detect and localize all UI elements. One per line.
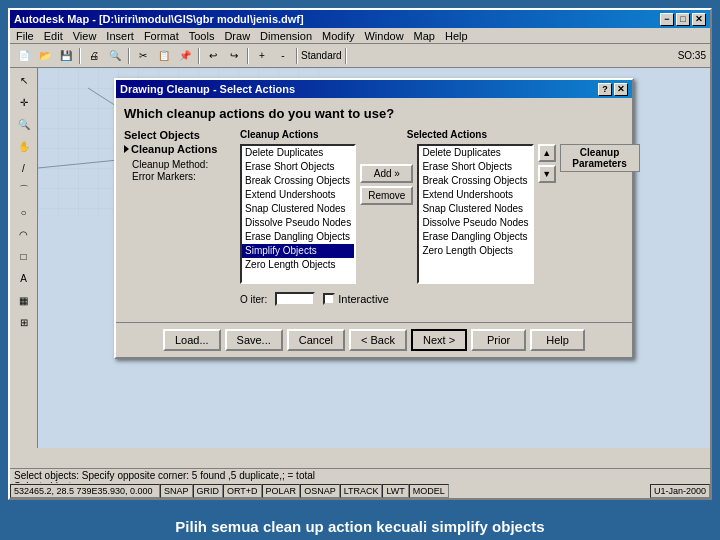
status-row2: 532465.2, 28.5 739E35.930, 0.000 SNAP GR… xyxy=(10,483,710,499)
menu-format[interactable]: Format xyxy=(140,29,183,43)
tool-rectangle[interactable]: □ xyxy=(13,246,35,266)
toolbar-zoom-out[interactable]: - xyxy=(273,47,293,65)
lists-row: Delete Duplicates Erase Short Objects Br… xyxy=(240,144,638,284)
maximize-button[interactable]: □ xyxy=(676,13,690,26)
action-zero-length[interactable]: Zero Length Objects xyxy=(242,258,354,272)
toolbar-copy[interactable]: 📋 xyxy=(154,47,174,65)
error-markers-label: Error Markers: xyxy=(132,171,234,182)
toolbar-zoom-in[interactable]: + xyxy=(252,47,272,65)
interactive-checkbox[interactable] xyxy=(323,293,335,305)
toolbar-undo[interactable]: ↩ xyxy=(203,47,223,65)
dialog-close-button[interactable]: ✕ xyxy=(614,83,628,96)
sel-erase-dangling[interactable]: Erase Dangling Objects xyxy=(419,230,531,244)
tool-zoom-window[interactable]: 🔍 xyxy=(13,114,35,134)
menu-bar: File Edit View Insert Format Tools Draw … xyxy=(10,28,710,44)
sel-snap-clustered[interactable]: Snap Clustered Nodes xyxy=(419,202,531,216)
bottom-caption: Pilih semua clean up action kecuali simp… xyxy=(0,518,720,535)
osnap-cell[interactable]: OSNAP xyxy=(300,484,340,498)
toolbar-new[interactable]: 📄 xyxy=(14,47,34,65)
action-simplify[interactable]: Simplify Objects xyxy=(242,244,354,258)
prior-button[interactable]: Prior xyxy=(471,329,526,351)
menu-draw[interactable]: Draw xyxy=(220,29,254,43)
next-button[interactable]: Next > xyxy=(411,329,467,351)
left-sidebar: ↖ ✛ 🔍 ✋ / ⌒ ○ ◠ □ A ▦ ⊞ xyxy=(10,68,38,448)
menu-edit[interactable]: Edit xyxy=(40,29,67,43)
sel-break-crossing[interactable]: Break Crossing Objects xyxy=(419,174,531,188)
action-delete-duplicates[interactable]: Delete Duplicates xyxy=(242,146,354,160)
toolbar-paste[interactable]: 📌 xyxy=(175,47,195,65)
grid-cell[interactable]: GRID xyxy=(193,484,224,498)
menu-file[interactable]: File xyxy=(12,29,38,43)
help-button[interactable]: Help xyxy=(530,329,585,351)
tool-block[interactable]: ⊞ xyxy=(13,312,35,332)
status-row1: Select objects: Specify opposite corner:… xyxy=(10,469,710,483)
lwt-cell[interactable]: LWT xyxy=(382,484,408,498)
tool-pan[interactable]: ✋ xyxy=(13,136,35,156)
sel-dissolve-pseudo[interactable]: Dissolve Pseudo Nodes xyxy=(419,216,531,230)
move-up-button[interactable]: ▲ xyxy=(538,144,556,162)
toolbar-save[interactable]: 💾 xyxy=(56,47,76,65)
toolbar-cut[interactable]: ✂ xyxy=(133,47,153,65)
toolbar-sep4 xyxy=(247,48,249,64)
toolbar-preview[interactable]: 🔍 xyxy=(105,47,125,65)
menu-modify[interactable]: Modify xyxy=(318,29,358,43)
action-erase-dangling[interactable]: Erase Dangling Objects xyxy=(242,230,354,244)
menu-dimension[interactable]: Dimension xyxy=(256,29,316,43)
sel-delete-duplicates[interactable]: Delete Duplicates xyxy=(419,146,531,160)
toolbar-open[interactable]: 📂 xyxy=(35,47,55,65)
menu-help[interactable]: Help xyxy=(441,29,472,43)
tool-hatch[interactable]: ▦ xyxy=(13,290,35,310)
sel-zero-length[interactable]: Zero Length Objects xyxy=(419,244,531,258)
toolbar-sep3 xyxy=(198,48,200,64)
dialog-title-buttons: ? ✕ xyxy=(598,83,628,96)
sel-extend-undershoots[interactable]: Extend Undershoots xyxy=(419,188,531,202)
tool-circle[interactable]: ○ xyxy=(13,202,35,222)
action-erase-short[interactable]: Erase Short Objects xyxy=(242,160,354,174)
dialog-help-button[interactable]: ? xyxy=(598,83,612,96)
action-dissolve-pseudo[interactable]: Dissolve Pseudo Nodes xyxy=(242,216,354,230)
cleanup-actions-header: Cleanup Actions xyxy=(124,143,234,155)
action-break-crossing[interactable]: Break Crossing Objects xyxy=(242,174,354,188)
add-remove-buttons: Add » Remove xyxy=(360,144,413,205)
toolbar-sep6 xyxy=(345,48,347,64)
load-button[interactable]: Load... xyxy=(163,329,221,351)
tool-line[interactable]: / xyxy=(13,158,35,178)
add-button[interactable]: Add » xyxy=(360,164,413,183)
menu-window[interactable]: Window xyxy=(360,29,407,43)
model-cell[interactable]: MODEL xyxy=(409,484,449,498)
o-iter-input[interactable] xyxy=(275,292,315,306)
action-extend-undershoots[interactable]: Extend Undershoots xyxy=(242,188,354,202)
status-text1: Select objects: Specify opposite corner:… xyxy=(14,470,315,481)
selected-actions-col-label: Selected Actions xyxy=(407,129,528,140)
tool-arc[interactable]: ◠ xyxy=(13,224,35,244)
dialog-title-text: Drawing Cleanup - Select Actions xyxy=(120,83,295,95)
tool-move[interactable]: ✛ xyxy=(13,92,35,112)
remove-button[interactable]: Remove xyxy=(360,186,413,205)
menu-tools[interactable]: Tools xyxy=(185,29,219,43)
map-area: Drawing Cleanup - Select Actions ? ✕ Whi… xyxy=(38,68,710,448)
cleanup-params-label[interactable]: Cleanup Parameters xyxy=(560,144,640,172)
menu-map[interactable]: Map xyxy=(410,29,439,43)
menu-view[interactable]: View xyxy=(69,29,101,43)
tool-polyline[interactable]: ⌒ xyxy=(13,180,35,200)
selected-actions-listbox[interactable]: Delete Duplicates Erase Short Objects Br… xyxy=(417,144,533,284)
snap-cell[interactable]: SNAP xyxy=(160,484,193,498)
move-down-button[interactable]: ▼ xyxy=(538,165,556,183)
status-bar: Select objects: Specify opposite corner:… xyxy=(10,468,710,498)
ortho-cell[interactable]: ORT+D xyxy=(223,484,262,498)
toolbar-redo[interactable]: ↪ xyxy=(224,47,244,65)
action-snap-clustered[interactable]: Snap Clustered Nodes xyxy=(242,202,354,216)
cleanup-actions-listbox[interactable]: Delete Duplicates Erase Short Objects Br… xyxy=(240,144,356,284)
polar-cell[interactable]: POLAR xyxy=(262,484,301,498)
cancel-button[interactable]: Cancel xyxy=(287,329,345,351)
close-button[interactable]: ✕ xyxy=(692,13,706,26)
otrack-cell[interactable]: LTRACK xyxy=(340,484,383,498)
tool-text[interactable]: A xyxy=(13,268,35,288)
back-button[interactable]: < Back xyxy=(349,329,407,351)
toolbar-print[interactable]: 🖨 xyxy=(84,47,104,65)
sel-erase-short[interactable]: Erase Short Objects xyxy=(419,160,531,174)
tool-select[interactable]: ↖ xyxy=(13,70,35,90)
save-button[interactable]: Save... xyxy=(225,329,283,351)
minimize-button[interactable]: − xyxy=(660,13,674,26)
menu-insert[interactable]: Insert xyxy=(102,29,138,43)
